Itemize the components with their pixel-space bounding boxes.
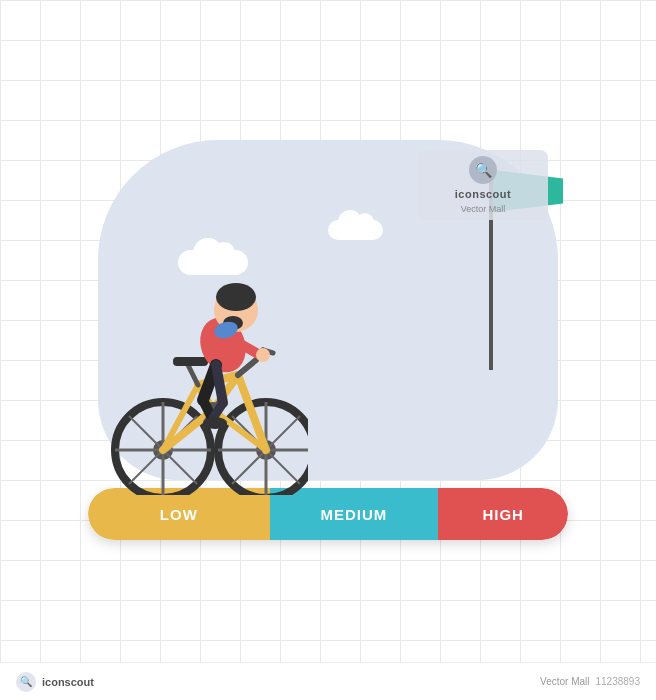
svg-point-39: [256, 348, 270, 362]
svg-rect-31: [173, 357, 208, 366]
illustration-area: 🔍 iconscout Vector Mall: [78, 110, 578, 590]
svg-line-42: [216, 365, 223, 403]
bottom-right-brand: Vector Mall: [540, 676, 589, 687]
cyclist-figure: [108, 255, 308, 495]
cloud-2: [328, 220, 383, 240]
svg-line-9: [163, 450, 197, 484]
bottom-logo-left: 🔍 iconscout: [16, 672, 94, 692]
bottom-logo-text: iconscout: [42, 676, 94, 688]
svg-point-44: [203, 417, 227, 429]
svg-line-19: [266, 450, 300, 484]
svg-line-17: [266, 416, 300, 450]
watermark-box: 🔍 iconscout Vector Mall: [418, 150, 548, 220]
bottom-id: 11238893: [596, 676, 641, 687]
bottom-logo-icon: 🔍: [16, 672, 36, 692]
bottom-right: Vector Mall 11238893: [540, 676, 640, 687]
bar-medium-label: MEDIUM: [321, 506, 388, 523]
main-container: 🔍 iconscout Vector Mall: [0, 0, 656, 700]
bar-low-label: LOW: [160, 506, 198, 523]
bar-high-label: HIGH: [482, 506, 524, 523]
svg-line-6: [129, 416, 163, 450]
watermark-brand: iconscout: [455, 188, 511, 200]
svg-line-8: [129, 450, 163, 484]
watermark-sub: Vector Mall: [461, 204, 506, 214]
bar-medium: MEDIUM: [270, 488, 439, 540]
svg-point-36: [216, 283, 256, 311]
watermark-icon: 🔍: [469, 156, 497, 184]
bottom-bar: 🔍 iconscout Vector Mall 11238893: [0, 662, 656, 700]
bar-low: LOW: [88, 488, 270, 540]
svg-line-30: [188, 365, 198, 385]
progress-bar: LOW MEDIUM HIGH: [88, 488, 568, 540]
bar-high: HIGH: [438, 488, 568, 540]
svg-line-18: [232, 450, 266, 484]
cyclist-svg: [108, 255, 308, 495]
